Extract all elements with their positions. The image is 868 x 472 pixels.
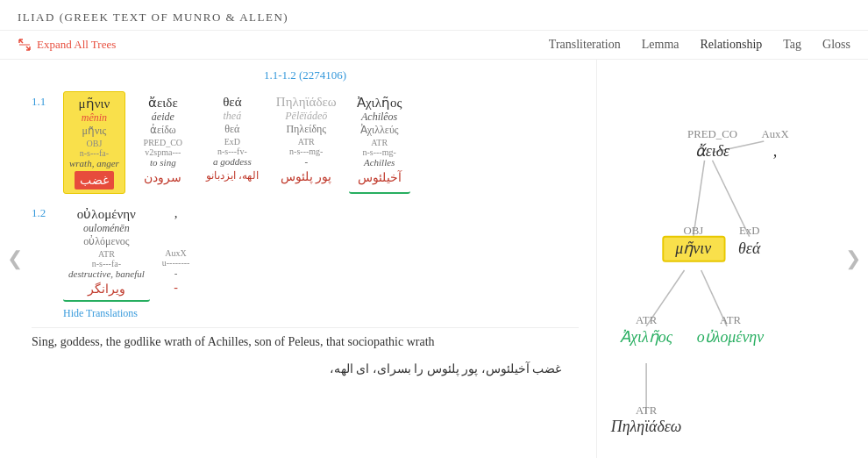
- word-arabic-peleiadeō: پور پلئوس: [276, 169, 337, 184]
- word-morph-peleiadeō: n-s---mg-: [276, 147, 337, 156]
- word-gloss-oulomenēn: destructive, baneful: [68, 268, 145, 279]
- label-auxx: AuxX: [761, 128, 788, 140]
- word-greek-aeide: ἄειδε: [138, 95, 189, 111]
- nav-relationship[interactable]: Relationship: [701, 38, 763, 52]
- word-alt-menin: μῆνις: [69, 125, 119, 138]
- nav-gloss[interactable]: Gloss: [822, 38, 850, 52]
- word-cell-thea[interactable]: θεά theá θεά ExD n-s---fv- a goddess اله…: [201, 91, 264, 194]
- nav-items: Transliteration Lemma Relationship Tag G…: [549, 38, 850, 52]
- words-container-1: μῆνιν mênin μῆνις OBJ n-s---fa- wrath, a…: [63, 91, 410, 194]
- app-header: ILIAD (GREEK TEXT OF MUNRO & ALLEN): [0, 0, 868, 31]
- nav-tag[interactable]: Tag: [783, 38, 801, 52]
- word-cell-oulomenēn[interactable]: οὐλομένην ouloménēn οὐλόμενος ATR n-s---…: [63, 203, 150, 302]
- word-arabic-oulomenēn: ویرانگر: [68, 282, 145, 297]
- word-cell-achileos[interactable]: Ἀχιλῆος Achilêos Ἀχιλλεύς ATR n-s---mg- …: [349, 91, 410, 194]
- line-row-1: 1.1 μῆνιν mênin μῆνις OBJ n-s---fa- wrat…: [32, 91, 579, 194]
- sentence-translation: Sing, goddess, the godlike wrath of Achi…: [32, 327, 579, 356]
- word-translit-peleiadeō: Pēlēïádeō: [276, 110, 337, 123]
- line-row-2: 1.2 οὐλομένην ouloménēn οὐλόμενος ATR n-…: [32, 203, 579, 302]
- word-gloss-aeide: to sing: [138, 157, 189, 168]
- label-atr2: ATR: [720, 314, 742, 326]
- greek-menin-tree: μῆνιν: [674, 240, 711, 257]
- word-tag-achileos: ATR: [354, 138, 405, 147]
- word-tag-menin: OBJ: [69, 139, 119, 148]
- greek-peleiadeo-tree: Πηληϊάδεω: [610, 418, 682, 435]
- greek-aeide: ἄειδε: [695, 142, 730, 160]
- tree-panel: PRED_CO ἄειδε AuxX , OBJ μῆνιν ExD θεά A…: [596, 60, 868, 458]
- word-gloss-thea: a goddess: [206, 156, 259, 167]
- word-greek-comma: ,: [162, 206, 190, 221]
- word-morph-oulomenēn: n-s---fa-: [68, 259, 145, 268]
- word-morph-comma: u--------: [162, 258, 190, 268]
- word-greek-thea: θεά: [206, 95, 259, 110]
- line-number-1: 1.1: [32, 91, 63, 194]
- word-cell-menin[interactable]: μῆνιν mênin μῆνις OBJ n-s---fa- wrath, a…: [63, 91, 125, 194]
- main-area: ❮ 1.1-1.2 (2274106) 1.1 μῆνιν mênin μῆνι…: [0, 60, 868, 458]
- label-atr1: ATR: [636, 314, 658, 326]
- word-morph-achileos: n-s---mg-: [354, 147, 405, 157]
- word-translit-thea: theá: [206, 110, 259, 123]
- greek-comma: ,: [773, 142, 777, 160]
- word-arabic-menin: غضب: [75, 171, 114, 190]
- word-tag-thea: ExD: [206, 137, 259, 147]
- next-arrow[interactable]: ❯: [840, 246, 866, 272]
- word-morph-thea: n-s---fv-: [206, 147, 259, 156]
- word-alt-peleiadeō: Πηλείδης: [276, 123, 337, 136]
- word-cell-comma: , . . AuxX u-------- - -: [157, 203, 196, 302]
- tree-svg: PRED_CO ἄειδε AuxX , OBJ μῆνιν ExD θεά A…: [606, 68, 859, 472]
- greek-achileos-tree: Ἀχιλῆος: [620, 328, 673, 346]
- prev-arrow[interactable]: ❮: [2, 246, 28, 272]
- label-atr3: ATR: [636, 404, 658, 417]
- word-arabic-thea: الهه، ایزدبانو: [206, 169, 259, 182]
- words-container-2: οὐλομένην ouloménēn οὐλόμενος ATR n-s---…: [63, 203, 195, 302]
- word-alt-achileos: Ἀχιλλεύς: [354, 124, 405, 137]
- word-greek-achileos: Ἀχιλῆος: [354, 95, 405, 111]
- label-predco: PRED_CO: [687, 128, 737, 140]
- word-tag-aeide: PRED_CO: [138, 138, 189, 147]
- greek-thea-tree: θεά: [738, 240, 761, 257]
- word-cell-aeide[interactable]: ἄειδε áeide ἀείδω PRED_CO v2spma--- to s…: [132, 91, 194, 194]
- word-greek-peleiadeō: Πηληϊάδεω: [276, 95, 337, 110]
- sentence-translation-text: Sing, goddess, the godlike wrath of Achi…: [32, 335, 579, 349]
- line-number-2: 1.2: [32, 203, 63, 302]
- app-title: ILIAD (GREEK TEXT OF MUNRO & ALLEN): [18, 11, 288, 24]
- nav-transliteration[interactable]: Transliteration: [549, 38, 621, 52]
- expand-all-label: Expand All Trees: [37, 38, 116, 52]
- text-panel: 1.1-1.2 (2274106) 1.1 μῆνιν mênin μῆνις …: [0, 60, 596, 458]
- toolbar: Expand All Trees Transliteration Lemma R…: [0, 31, 868, 60]
- word-greek-menin: μῆνιν: [69, 96, 119, 111]
- word-cell-peleiadeō[interactable]: Πηληϊάδεω Pēlēïádeō Πηλείδης ATR n-s---m…: [271, 91, 342, 194]
- word-gloss-comma: -: [162, 268, 190, 278]
- expand-icon: [18, 38, 32, 52]
- word-alt-oulomenēn: οὐλόμενος: [68, 235, 145, 248]
- word-translit-menin: mênin: [69, 111, 119, 125]
- word-gloss-peleiadeō: -: [276, 156, 337, 167]
- expand-all-button[interactable]: Expand All Trees: [18, 38, 116, 52]
- word-morph-aeide: v2spma---: [138, 147, 189, 157]
- word-arabic-aeide: سرودن: [138, 170, 189, 185]
- sentence-arabic: غضب آخیلئوس، پور پلئوس را بسرای، ای الهه…: [32, 361, 579, 376]
- word-arabic-achileos: آخیلئوس: [354, 170, 405, 185]
- word-tag-peleiadeō: ATR: [276, 137, 337, 147]
- word-translit-achileos: Achilêos: [354, 111, 405, 124]
- label-obj: OBJ: [683, 225, 703, 237]
- word-gloss-achileos: Achilles: [354, 157, 405, 168]
- word-tag-comma: AuxX: [162, 248, 190, 258]
- verse-ref: 1.1-1.2 (2274106): [32, 68, 579, 82]
- word-gloss-menin: wrath, anger: [69, 158, 119, 168]
- word-translit-aeide: áeide: [138, 111, 189, 124]
- hide-translations-link[interactable]: Hide Translations: [32, 307, 579, 320]
- word-morph-menin: n-s---fa-: [69, 148, 119, 158]
- word-translit-oulomenēn: ouloménēn: [68, 222, 145, 235]
- word-tag-oulomenēn: ATR: [68, 249, 145, 259]
- word-alt-thea: θεά: [206, 123, 259, 136]
- label-exd: ExD: [739, 225, 759, 237]
- word-greek-oulomenēn: οὐλομένην: [68, 206, 145, 222]
- greek-oulomenēn-tree: οὐλομένην: [697, 328, 764, 346]
- word-alt-aeide: ἀείδω: [138, 124, 189, 137]
- nav-lemma[interactable]: Lemma: [642, 38, 679, 52]
- word-arabic-comma: -: [162, 281, 190, 295]
